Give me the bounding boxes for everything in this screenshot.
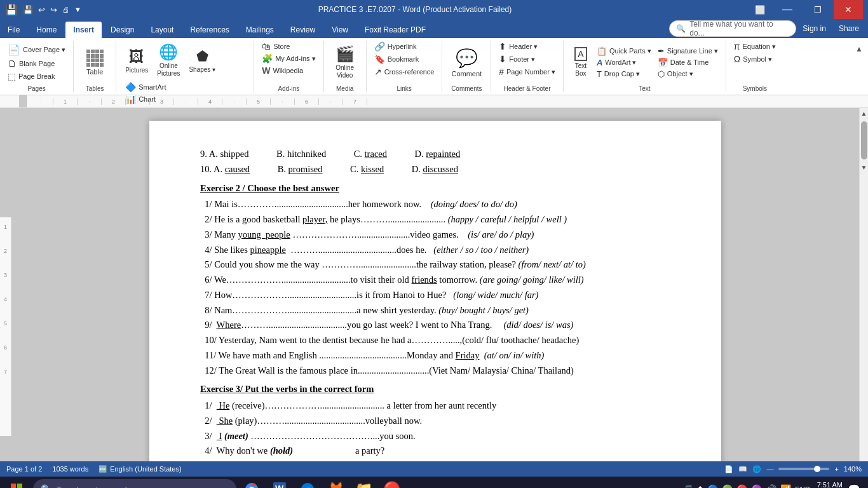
close-btn[interactable]: ✕ xyxy=(834,0,863,19)
group-text: A TextBox 📋 Quick Parts ▾ A WordArt ▾ T … xyxy=(564,41,726,92)
search-bar[interactable]: 🔍 xyxy=(33,479,236,488)
vertical-scrollbar[interactable]: ▲ ▼ xyxy=(859,108,868,461)
wikipedia-btn[interactable]: W Wikipedia xyxy=(259,65,306,76)
layout-btn[interactable]: 📄 xyxy=(724,465,733,473)
tray-icon-5[interactable]: 🔴 xyxy=(736,484,747,488)
header-btn[interactable]: ⬆ Header ▾ xyxy=(496,41,540,52)
tray-icon-3[interactable]: 🔵 xyxy=(707,484,718,488)
zoom-level[interactable]: 140% xyxy=(844,465,862,473)
page-indicator[interactable]: Page 1 of 2 xyxy=(6,465,42,473)
taskbar-firefox[interactable]: 🦊 xyxy=(323,477,348,488)
print-qa-btn[interactable]: 🖨 xyxy=(62,6,69,13)
tray-icon-4[interactable]: 🟢 xyxy=(722,484,733,488)
ex2-line-7: 7/ How………………............................… xyxy=(200,288,670,302)
maximize-btn[interactable]: ❐ xyxy=(803,0,832,19)
smartart-btn[interactable]: 🔷 SmartArt xyxy=(123,81,182,93)
group-media: 🎬 OnlineVideo Media xyxy=(324,41,367,92)
symbol-icon: Ω xyxy=(734,54,740,64)
tray-icon-1[interactable]: 🎵 xyxy=(682,484,693,488)
document-scroll-area[interactable]: 9. A. shipped B. hitchniked C. traced D.… xyxy=(11,108,859,461)
drop-cap-btn[interactable]: T Drop Cap ▾ xyxy=(594,69,654,79)
tab-home[interactable]: Home xyxy=(29,22,64,38)
cross-reference-btn[interactable]: ↗ Cross-reference xyxy=(372,66,437,78)
pages-label: Pages xyxy=(27,85,45,92)
comment-btn[interactable]: 💬 Comment xyxy=(447,45,485,80)
tab-view[interactable]: View xyxy=(324,22,356,38)
tab-file[interactable]: File xyxy=(0,22,27,38)
scroll-up-btn[interactable]: ▲ xyxy=(861,108,867,119)
footer-btn[interactable]: ⬇ Footer ▾ xyxy=(496,53,538,65)
tab-design[interactable]: Design xyxy=(103,22,142,38)
bookmark-btn[interactable]: 🔖 Bookmark xyxy=(372,53,422,65)
taskbar-chrome[interactable] xyxy=(239,477,264,488)
search-input[interactable] xyxy=(57,485,229,489)
equation-btn[interactable]: π Equation ▾ xyxy=(731,41,778,52)
quick-parts-btn[interactable]: 📋 Quick Parts ▾ xyxy=(594,46,654,57)
page-number-btn[interactable]: # Page Number ▾ xyxy=(496,66,558,78)
save-qa-btn[interactable]: 💾 xyxy=(23,5,33,15)
tell-me-search[interactable]: 🔍 Tell me what you want to do... xyxy=(669,20,796,37)
qa-dropdown-btn[interactable]: ▼ xyxy=(74,6,81,13)
svg-text:W: W xyxy=(275,484,284,488)
collapse-ribbon-btn[interactable]: ▲ xyxy=(853,43,865,55)
taskbar-files[interactable]: 📁 xyxy=(351,477,376,488)
redo-qa-btn[interactable]: ↪ xyxy=(50,5,57,15)
signin-button[interactable]: Sign in xyxy=(796,21,832,36)
word-count[interactable]: 1035 words xyxy=(52,465,88,473)
tray-icon-2[interactable]: ⬆ xyxy=(697,485,703,488)
network-icon[interactable]: 📶 xyxy=(780,484,791,488)
zoom-thumb[interactable] xyxy=(814,466,820,472)
language-tray[interactable]: ENG xyxy=(795,485,810,488)
language-indicator[interactable]: 🔤 English (United States) xyxy=(98,465,182,473)
scroll-thumb[interactable] xyxy=(861,121,867,159)
exercise3-heading: Exercise 3/ Put the verbs in the correct… xyxy=(200,383,670,396)
pictures-btn[interactable]: 🖼 Pictures xyxy=(121,45,152,76)
online-video-btn[interactable]: 🎬 OnlineVideo xyxy=(329,43,361,82)
tray-icon-6[interactable]: 🟣 xyxy=(751,484,762,488)
read-mode-btn[interactable]: 📖 xyxy=(738,465,747,473)
tab-insert[interactable]: Insert xyxy=(65,22,102,38)
object-btn[interactable]: ⬡ Object ▾ xyxy=(655,69,721,79)
minimize-btn[interactable]: — xyxy=(773,0,802,19)
taskbar-unknown1[interactable]: 🔴 xyxy=(379,477,404,488)
zoom-slider[interactable] xyxy=(778,468,829,470)
store-btn[interactable]: 🛍 Store xyxy=(259,41,292,52)
text-label: Text xyxy=(639,85,650,92)
online-pictures-btn[interactable]: 🌐 OnlinePictures xyxy=(153,41,184,80)
restore-down-icon[interactable]: ⬜ xyxy=(749,0,771,19)
ribbon-content: 📄 Cover Page ▾ 🗋 Blank Page ⬚ Page Break… xyxy=(0,38,868,95)
blank-page-btn[interactable]: 🗋 Blank Page xyxy=(5,58,68,69)
zoom-out-btn[interactable]: — xyxy=(766,465,773,473)
hyperlink-btn[interactable]: 🔗 Hyperlink xyxy=(372,41,419,52)
share-button[interactable]: Share xyxy=(832,21,865,36)
cover-page-btn[interactable]: 📄 Cover Page ▾ xyxy=(5,43,68,57)
my-addins-btn[interactable]: 🧩 My Add-ins ▾ xyxy=(259,53,318,64)
tab-layout[interactable]: Layout xyxy=(143,22,181,38)
taskbar-tray: 🎵 ⬆ 🔵 🟢 🔴 🟣 🔊 📶 ENG 7:51 AM 7/2/2022 💬 xyxy=(682,480,865,488)
tab-foxit[interactable]: Foxit Reader PDF xyxy=(357,22,433,38)
web-layout-btn[interactable]: 🌐 xyxy=(752,465,761,473)
symbol-btn[interactable]: Ω Symbol ▾ xyxy=(731,53,775,65)
page-break-btn[interactable]: ⬚ Page Break xyxy=(5,71,68,82)
tab-references[interactable]: References xyxy=(182,22,236,38)
tab-review[interactable]: Review xyxy=(283,22,323,38)
system-clock[interactable]: 7:51 AM 7/2/2022 xyxy=(815,480,843,488)
tab-mailings[interactable]: Mailings xyxy=(238,22,281,38)
wordart-btn[interactable]: A WordArt ▾ xyxy=(594,57,654,68)
search-icon: 🔍 xyxy=(676,24,686,33)
shapes-btn[interactable]: ⬟ Shapes ▾ xyxy=(185,46,219,76)
zoom-in-btn[interactable]: + xyxy=(834,465,838,473)
notifications-btn[interactable]: 💬 xyxy=(848,484,860,489)
signature-line-btn[interactable]: ✒ Signature Line ▾ xyxy=(655,46,721,57)
taskbar-edge[interactable] xyxy=(295,477,320,488)
ex3-line-4: 4/ Why don't we (hold) a party? xyxy=(200,444,670,458)
speaker-icon[interactable]: 🔊 xyxy=(766,484,776,488)
undo-qa-btn[interactable]: ↩ xyxy=(38,5,45,15)
spelling-icon: 🔤 xyxy=(98,465,107,473)
table-btn[interactable]: Table xyxy=(79,47,111,78)
taskbar-word[interactable]: W xyxy=(267,477,292,488)
scroll-down-btn[interactable]: ▼ xyxy=(861,162,867,173)
date-time-btn[interactable]: 📅 Date & Time xyxy=(655,57,721,68)
text-box-btn[interactable]: A TextBox xyxy=(569,44,593,80)
start-button[interactable] xyxy=(3,477,31,488)
